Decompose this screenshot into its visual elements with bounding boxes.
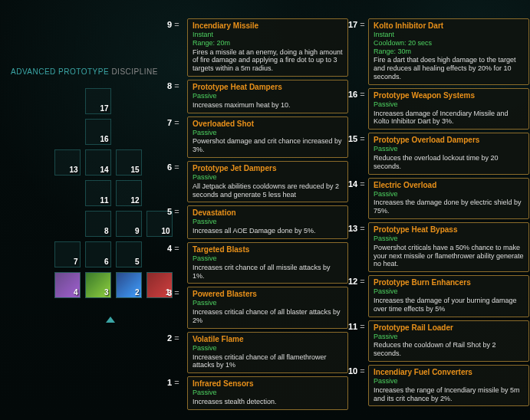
ability-description: Reduces the cooldown of Rail Shot by 2 s…: [374, 341, 524, 358]
talent-node-14[interactable]: 14: [85, 149, 111, 176]
ability-title: Kolto Inhibitor Dart: [374, 21, 524, 30]
talent-node-16[interactable]: 16: [85, 119, 111, 145]
ability-entry: 7 =Overloaded ShotPassivePowershot damag…: [187, 116, 348, 158]
ability-meta: Passive: [374, 377, 524, 386]
ability-icon-2[interactable]: 2: [116, 272, 142, 298]
ability-description: Powershot criticals have a 50% chance to…: [374, 244, 524, 268]
ability-meta: Passive: [374, 145, 524, 153]
ability-entry: 15 =Prototype Overload DampersPassiveRed…: [368, 133, 529, 174]
entry-index: 5 =: [167, 207, 179, 216]
ability-title: Volatile Flame: [193, 335, 343, 343]
ability-meta: Passive: [193, 254, 343, 263]
talent-node-13[interactable]: 13: [54, 149, 81, 176]
ability-description: Powershot damage and crit chance increas…: [193, 137, 343, 154]
entry-index: 3 =: [167, 288, 179, 297]
ability-meta: Passive: [193, 218, 343, 226]
talent-node-number: 5: [135, 258, 140, 266]
ability-title: Prototype Heat Bypass: [374, 225, 524, 234]
ability-meta: Passive: [374, 190, 524, 199]
ability-entry: 2 =Volatile FlamePassiveIncreases critic…: [187, 332, 348, 373]
ability-card[interactable]: Prototype Heat DampersPassiveIncreases m…: [187, 80, 348, 113]
ability-entry: 3 =Powered BlastersPassiveIncreases crit…: [187, 287, 348, 328]
talent-node-12[interactable]: 12: [116, 180, 142, 206]
ability-icon-3[interactable]: 3: [85, 272, 111, 298]
ability-card[interactable]: Prototype Overload DampersPassiveReduces…: [368, 133, 529, 174]
ability-entry: 9 =Incendiary MissileInstantRange: 20mFi…: [187, 18, 348, 77]
talent-node-7[interactable]: 7: [54, 241, 81, 267]
talent-tree: 171613141511128910765 4321: [46, 88, 180, 298]
ability-title: Prototype Heat Dampers: [193, 83, 343, 91]
discipline-word: DISCIPLINE: [111, 67, 158, 76]
ability-meta: Passive: [193, 344, 343, 353]
talent-node-15[interactable]: 15: [116, 149, 142, 176]
ability-description: Increases the damage done by electric sh…: [374, 199, 524, 215]
ability-icon-number: 2: [135, 288, 140, 297]
ability-title: Incendiary Missile: [193, 21, 343, 30]
talent-node-number: 15: [130, 166, 139, 174]
entry-index: 16 =: [348, 90, 365, 99]
talent-node-number: 14: [100, 166, 108, 174]
ability-title: Overloaded Shot: [193, 120, 343, 128]
ability-meta: Range: 30m: [374, 48, 524, 56]
ability-description: Increases maximum heat by 10.: [193, 101, 343, 110]
ability-meta: Instant: [374, 31, 524, 39]
ability-icon-4[interactable]: 4: [54, 272, 81, 298]
ability-card[interactable]: Targeted BlastsPassiveIncreases crit cha…: [187, 242, 348, 284]
ability-title: Prototype Rail Loader: [374, 323, 524, 332]
ability-description: Increases the range of Incendiary missil…: [374, 386, 524, 403]
talent-node-8[interactable]: 8: [85, 211, 111, 237]
ability-card[interactable]: Prototype Heat BypassPassivePowershot cr…: [368, 222, 529, 272]
ability-meta: Passive: [374, 287, 524, 296]
ability-title: Targeted Blasts: [193, 245, 343, 254]
ability-title: Prototype Weapon Systems: [374, 91, 524, 100]
ability-entry: 16 =Prototype Weapon SystemsPassiveIncre…: [368, 88, 529, 130]
entry-index: 17 =: [348, 20, 365, 29]
ability-description: Fire a dart that does high damage to the…: [374, 56, 524, 80]
ability-card[interactable]: Volatile FlamePassiveIncreases critical …: [187, 332, 348, 373]
ability-card[interactable]: DevastationPassiveIncreases all AOE Dama…: [187, 205, 348, 239]
ability-description: All Jetpack abilities cooldowns are redu…: [193, 182, 343, 199]
ability-card[interactable]: Prototype Rail LoaderPassiveReduces the …: [368, 320, 529, 362]
ability-entry: 14 =Electric OverloadPassiveIncreases th…: [368, 178, 529, 219]
ability-description: Increases crit chance of all missile att…: [193, 264, 343, 281]
ability-card[interactable]: Electric OverloadPassiveIncreases the da…: [368, 178, 529, 219]
ability-card[interactable]: Overloaded ShotPassivePowershot damage a…: [187, 116, 348, 158]
ability-title: Prototype Burn Enhancers: [374, 278, 524, 287]
talent-node-5[interactable]: 5: [116, 241, 142, 267]
ability-card[interactable]: Incendiary Fuel ConvertersPassiveIncreas…: [368, 365, 529, 406]
entry-index: 1 =: [167, 378, 179, 387]
ability-description: Fires a missile at an enemy, doing a hig…: [193, 48, 343, 73]
entry-index: 8 =: [167, 81, 179, 90]
ability-entry: 17 =Kolto Inhibitor DartInstantCooldown:…: [368, 18, 529, 85]
entry-index: 14 =: [348, 179, 365, 189]
talent-node-17[interactable]: 17: [85, 88, 111, 114]
ability-card[interactable]: Powered BlastersPassiveIncreases critica…: [187, 287, 348, 328]
talent-node-6[interactable]: 6: [85, 241, 111, 267]
talent-node-number: 10: [161, 227, 170, 235]
ability-title: Powered Blasters: [193, 290, 343, 298]
talent-node-11[interactable]: 11: [85, 180, 111, 206]
ability-entry: 1 =Infrared SensorsPassiveIncreases stea…: [187, 376, 348, 410]
ability-icon-number: 4: [74, 288, 78, 297]
ability-description: Increases the damage of your burning dam…: [374, 297, 524, 313]
ability-meta: Range: 20m: [193, 39, 343, 48]
talent-node-number: 12: [130, 196, 139, 205]
ability-entry: 10 =Incendiary Fuel ConvertersPassiveInc…: [368, 365, 529, 406]
ability-card[interactable]: Incendiary MissileInstantRange: 20mFires…: [187, 18, 348, 77]
entry-index: 10 =: [348, 366, 365, 376]
ability-card[interactable]: Prototype Jet DampersPassiveAll Jetpack …: [187, 161, 348, 202]
entry-index: 4 =: [167, 244, 179, 253]
ability-meta: Passive: [193, 129, 343, 137]
ability-card[interactable]: Kolto Inhibitor DartInstantCooldown: 20 …: [368, 18, 529, 85]
ability-card[interactable]: Prototype Weapon SystemsPassiveIncreases…: [368, 88, 529, 130]
talent-node-number: 13: [69, 166, 77, 174]
ability-card[interactable]: Prototype Burn EnhancersPassiveIncreases…: [368, 275, 529, 317]
ability-description: Increases all AOE Damage done by 5%.: [193, 227, 343, 235]
entry-index: 6 =: [167, 162, 179, 172]
talent-node-9[interactable]: 9: [116, 211, 142, 237]
ability-entry: 8 =Prototype Heat DampersPassiveIncrease…: [187, 80, 348, 113]
ability-title: Devastation: [193, 208, 343, 217]
ability-icon-number: 3: [104, 288, 109, 297]
ability-entry: 4 =Targeted BlastsPassiveIncreases crit …: [187, 242, 348, 284]
ability-card[interactable]: Infrared SensorsPassiveIncreases stealth…: [187, 376, 348, 410]
